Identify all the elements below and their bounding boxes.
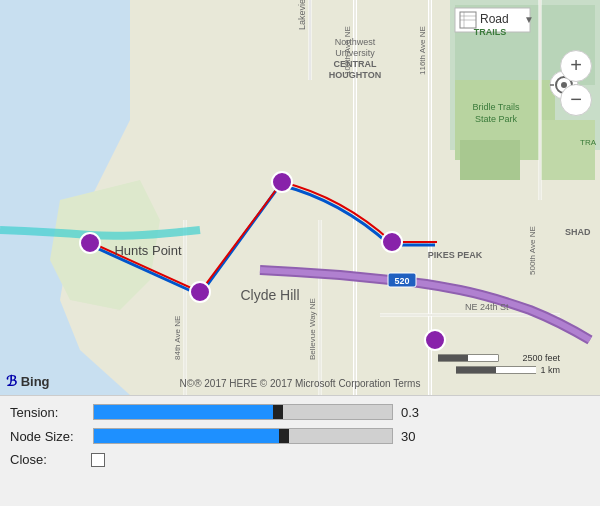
svg-text:▼: ▼ — [524, 14, 534, 25]
tension-slider[interactable] — [93, 404, 393, 420]
svg-rect-64 — [438, 355, 468, 361]
svg-point-27 — [382, 232, 402, 252]
zoom-in-button[interactable]: + — [560, 50, 592, 82]
node-size-value: 30 — [401, 429, 436, 444]
scale-bar: 2500 feet 1 km — [438, 353, 560, 375]
close-row: Close: — [10, 452, 590, 467]
copyright-text: N©® 2017 HERE © 2017 Microsoft Corporati… — [180, 378, 421, 389]
svg-point-24 — [80, 233, 100, 253]
node-size-remaining — [289, 429, 392, 443]
svg-text:PIKES PEAK: PIKES PEAK — [428, 250, 483, 260]
tension-thumb[interactable] — [273, 405, 283, 419]
svg-text:116th Ave NE: 116th Ave NE — [418, 26, 427, 75]
zoom-controls: + − — [560, 50, 592, 116]
svg-text:TRAILS: TRAILS — [474, 27, 507, 37]
node-size-label: Node Size: — [10, 429, 85, 444]
svg-text:State Park: State Park — [475, 114, 518, 124]
svg-text:Road: Road — [480, 12, 509, 26]
svg-text:Hunts Point: Hunts Point — [114, 243, 182, 258]
svg-rect-65 — [468, 355, 498, 361]
close-checkbox[interactable] — [91, 453, 105, 467]
svg-text:TRA: TRA — [580, 138, 597, 147]
tension-row: Tension: 0.3 — [10, 404, 590, 420]
svg-text:500th Ave NE: 500th Ave NE — [528, 226, 537, 275]
svg-text:Clyde Hill: Clyde Hill — [240, 287, 299, 303]
svg-text:NE 24th St: NE 24th St — [465, 302, 509, 312]
zoom-out-button[interactable]: − — [560, 84, 592, 116]
svg-text:Bellevue Way NE: Bellevue Way NE — [308, 298, 317, 360]
svg-rect-67 — [456, 367, 496, 373]
svg-point-26 — [272, 172, 292, 192]
svg-point-25 — [190, 282, 210, 302]
svg-text:SHAD: SHAD — [565, 227, 591, 237]
node-size-thumb[interactable] — [279, 429, 289, 443]
tension-value: 0.3 — [401, 405, 436, 420]
svg-text:520: 520 — [394, 276, 409, 286]
svg-text:University: University — [335, 48, 375, 58]
node-size-fill — [94, 429, 279, 443]
node-size-row: Node Size: 30 — [10, 428, 590, 444]
svg-text:HOUGHTON: HOUGHTON — [329, 70, 381, 80]
svg-text:CENTRAL: CENTRAL — [334, 59, 377, 69]
svg-rect-6 — [460, 140, 520, 180]
scale-1km-label: 1 km — [540, 365, 560, 375]
tension-fill — [94, 405, 273, 419]
svg-rect-7 — [540, 120, 595, 180]
svg-text:84th Ave NE: 84th Ave NE — [173, 316, 182, 360]
copyright-content: N©® 2017 HERE © 2017 Microsoft Corporati… — [180, 378, 421, 389]
svg-text:Lakeview Dr: Lakeview Dr — [297, 0, 307, 30]
scale-2500-label: 2500 feet — [522, 353, 560, 363]
map-container: 520 Road ▼ Lakeview Dr 108 — [0, 0, 600, 395]
node-size-slider[interactable] — [93, 428, 393, 444]
close-label: Close: — [10, 452, 85, 467]
tension-remaining — [283, 405, 392, 419]
svg-text:Bridle Trails: Bridle Trails — [472, 102, 520, 112]
bing-logo: ℬ Bing — [6, 373, 50, 389]
controls-panel: Tension: 0.3 Node Size: 30 Close: — [0, 395, 600, 506]
svg-point-28 — [425, 330, 445, 350]
bing-label: Bing — [21, 374, 50, 389]
tension-label: Tension: — [10, 405, 85, 420]
svg-rect-68 — [496, 367, 536, 373]
svg-text:Northwest: Northwest — [335, 37, 376, 47]
